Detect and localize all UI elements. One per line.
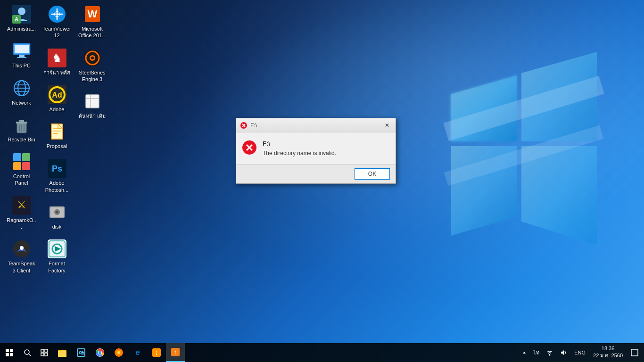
dialog-close-button[interactable]: ✕ (382, 121, 392, 130)
dialog-ok-button[interactable]: OK (355, 168, 390, 180)
dialog-overlay: F:\ ✕ F:\ The directory name is invalid. (0, 0, 644, 343)
tray-ime[interactable]: ไท (530, 343, 542, 362)
svg-point-91 (549, 354, 551, 356)
svg-rect-72 (45, 349, 48, 352)
svg-rect-71 (41, 349, 44, 352)
taskbar-pinned-apps: 🛍 (53, 343, 185, 362)
dialog-title-error-icon (240, 122, 248, 129)
search-button[interactable] (19, 343, 36, 362)
svg-rect-66 (10, 349, 13, 352)
taskbar-chrome[interactable] (91, 343, 109, 362)
svg-point-69 (25, 350, 29, 354)
svg-point-84 (117, 351, 120, 354)
svg-rect-76 (58, 351, 66, 357)
tray-notification[interactable] (627, 343, 642, 362)
taskbar-firefox[interactable] (109, 343, 128, 362)
desktop: A Administra... This PC (0, 0, 644, 362)
svg-line-70 (29, 354, 31, 356)
dialog-titlebar: F:\ ✕ (236, 118, 396, 132)
dialog-drive-label: F:\ (263, 140, 390, 147)
svg-text:🛍: 🛍 (79, 350, 84, 355)
svg-point-81 (99, 351, 101, 354)
svg-marker-90 (523, 352, 526, 354)
tray-clock-date: 22 ม.ค. 2560 (593, 351, 623, 360)
dialog-title-text: F:\ (250, 122, 380, 129)
svg-rect-68 (10, 353, 13, 356)
tray-expand[interactable] (519, 343, 529, 362)
tray-clock[interactable]: 18:36 22 ม.ค. 2560 (589, 346, 627, 360)
tray-wifi[interactable] (543, 343, 556, 362)
dialog-message-area: F:\ The directory name is invalid. (263, 140, 390, 156)
svg-rect-67 (6, 353, 9, 356)
dialog-error-text: The directory name is invalid. (263, 150, 390, 156)
svg-text:e: e (136, 348, 140, 356)
start-button[interactable] (0, 343, 19, 362)
svg-rect-74 (45, 353, 48, 356)
tray-language[interactable]: ENG (571, 343, 588, 362)
tray-volume[interactable] (557, 343, 570, 362)
svg-rect-92 (631, 349, 638, 356)
svg-text:↑: ↑ (174, 348, 177, 355)
dialog-body: F:\ The directory name is invalid. (236, 132, 396, 160)
taskbar-edge[interactable]: e (128, 343, 147, 362)
dialog-footer: OK (236, 164, 396, 183)
taskbar-store[interactable]: 🛍 (72, 343, 91, 362)
taskbar-file-explorer[interactable] (53, 343, 72, 362)
dialog-error-icon (242, 140, 257, 155)
taskbar-active-app[interactable]: ↑ (166, 343, 185, 362)
svg-rect-65 (6, 349, 9, 352)
task-view-button[interactable] (36, 343, 53, 362)
system-tray: ไท ENG 18:36 (519, 343, 644, 362)
taskbar-app1[interactable]: ↕ (147, 343, 166, 362)
tray-clock-time: 18:36 (602, 346, 615, 351)
error-dialog: F:\ ✕ F:\ The directory name is invalid. (236, 118, 396, 184)
taskbar: 🛍 (0, 343, 644, 362)
svg-rect-73 (41, 353, 44, 356)
svg-text:↕: ↕ (155, 349, 158, 356)
